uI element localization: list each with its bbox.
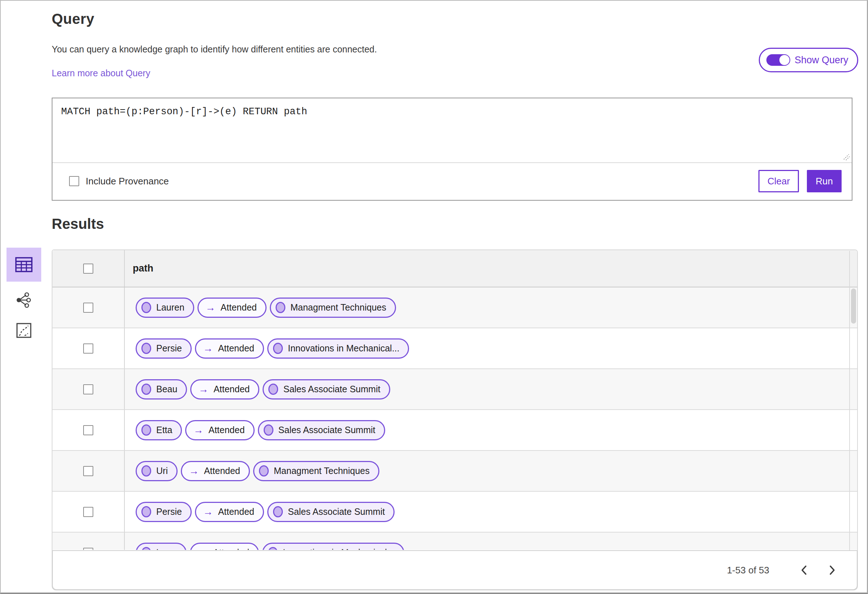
node-label: Managment Techniques xyxy=(291,302,386,313)
view-switcher xyxy=(6,248,41,342)
resize-handle-icon[interactable] xyxy=(841,152,850,161)
prev-page-button[interactable] xyxy=(794,560,814,580)
table-row[interactable]: Larry →Attended Innovations in Mechanica… xyxy=(52,532,857,550)
scrollbar-thumb[interactable] xyxy=(851,289,856,324)
edge-pill[interactable]: →Attended xyxy=(198,298,267,318)
include-provenance-option[interactable]: Include Provenance xyxy=(69,176,169,187)
row-checkbox[interactable] xyxy=(83,303,93,313)
table-view-button[interactable] xyxy=(6,248,41,282)
toggle-on-icon[interactable] xyxy=(766,54,790,66)
table-row[interactable]: Etta →Attended Sales Associate Summit xyxy=(52,410,857,451)
include-provenance-label: Include Provenance xyxy=(86,176,169,187)
node-pill[interactable]: Sales Associate Summit xyxy=(258,420,385,440)
node-pill[interactable]: Larry xyxy=(136,542,187,550)
show-query-toggle[interactable]: Show Query xyxy=(759,48,858,72)
query-description: You can query a knowledge graph to ident… xyxy=(52,44,377,55)
table-row[interactable]: Persie →Attended Sales Associate Summit xyxy=(52,492,857,532)
node-icon xyxy=(276,302,285,313)
node-icon xyxy=(142,465,151,476)
node-icon xyxy=(142,506,151,517)
arrow-right-icon: → xyxy=(198,384,208,394)
graph-view-button[interactable] xyxy=(6,288,41,312)
node-label: Sales Associate Summit xyxy=(279,425,375,435)
column-header-path: path xyxy=(133,263,154,274)
node-icon xyxy=(142,547,151,550)
row-checkbox[interactable] xyxy=(83,507,93,517)
page-title: Query xyxy=(52,11,94,27)
edge-label: Attended xyxy=(218,507,254,517)
node-pill[interactable]: Uri xyxy=(136,461,177,481)
edge-label: Attended xyxy=(218,343,254,354)
edge-pill[interactable]: →Attended xyxy=(185,420,254,440)
results-title: Results xyxy=(52,216,104,232)
node-pill[interactable]: Managment Techniques xyxy=(253,461,379,481)
edge-pill[interactable]: →Attended xyxy=(190,542,259,550)
node-label: Etta xyxy=(156,425,172,435)
show-query-label: Show Query xyxy=(794,55,849,66)
arrow-right-icon: → xyxy=(193,425,203,435)
learn-more-link[interactable]: Learn more about Query xyxy=(52,68,150,78)
clear-button[interactable]: Clear xyxy=(759,170,799,192)
pagination-bar: 1-53 of 53 xyxy=(52,550,858,590)
select-all-checkbox[interactable] xyxy=(83,264,93,274)
query-text[interactable]: MATCH path=(p:Person)-[r]->(e) RETURN pa… xyxy=(52,98,852,125)
arrow-right-icon: → xyxy=(203,507,213,517)
edge-pill[interactable]: →Attended xyxy=(190,379,259,399)
edge-pill[interactable]: →Attended xyxy=(195,502,264,522)
arrow-right-icon: → xyxy=(189,466,199,476)
node-icon xyxy=(264,424,273,436)
toggle-knob xyxy=(779,55,790,65)
table-row[interactable]: Beau →Attended Sales Associate Summit xyxy=(52,369,857,410)
node-icon xyxy=(142,383,151,395)
table-scrollbar[interactable] xyxy=(849,251,857,551)
node-icon xyxy=(268,547,278,550)
node-label: Persie xyxy=(156,343,182,354)
table-icon xyxy=(15,257,32,272)
table-row[interactable]: Persie →Attended Innovations in Mechanic… xyxy=(52,328,857,369)
node-icon xyxy=(142,343,151,354)
run-button[interactable]: Run xyxy=(807,170,841,192)
node-label: Lauren xyxy=(156,302,185,313)
next-page-button[interactable] xyxy=(822,560,842,580)
row-checkbox[interactable] xyxy=(83,425,93,435)
node-icon xyxy=(273,506,283,517)
table-body[interactable]: Lauren →Attended Managment Techniques Pe… xyxy=(52,287,857,550)
row-checkbox[interactable] xyxy=(83,548,93,550)
chart-view-button[interactable] xyxy=(6,318,41,342)
node-pill[interactable]: Sales Associate Summit xyxy=(263,379,390,399)
edge-label: Attended xyxy=(208,425,245,435)
chevron-right-icon xyxy=(828,565,837,576)
row-checkbox[interactable] xyxy=(83,384,93,394)
pagination-range: 1-53 of 53 xyxy=(727,565,769,576)
node-pill[interactable]: Persie xyxy=(136,338,192,359)
edge-label: Attended xyxy=(204,466,240,476)
row-checkbox[interactable] xyxy=(83,343,93,354)
node-pill[interactable]: Innovations in Mechanical... xyxy=(267,338,409,359)
node-pill[interactable]: Etta xyxy=(136,420,182,440)
node-label: Beau xyxy=(156,384,177,394)
node-pill[interactable]: Lauren xyxy=(136,298,194,318)
edge-pill[interactable]: →Attended xyxy=(195,338,264,359)
node-pill[interactable]: Innovations in Mechanical... xyxy=(262,542,404,550)
node-label: Uri xyxy=(156,466,168,476)
include-provenance-checkbox[interactable] xyxy=(69,176,79,186)
row-checkbox[interactable] xyxy=(83,466,93,476)
network-icon xyxy=(16,292,32,308)
node-pill[interactable]: Managment Techniques xyxy=(270,298,396,318)
query-input[interactable]: MATCH path=(p:Person)-[r]->(e) RETURN pa… xyxy=(52,98,852,163)
edge-label: Attended xyxy=(221,302,257,313)
node-label: Innovations in Mechanical... xyxy=(288,343,400,354)
node-icon xyxy=(142,424,151,436)
node-pill[interactable]: Persie xyxy=(136,502,192,522)
query-editor-card: MATCH path=(p:Person)-[r]->(e) RETURN pa… xyxy=(52,97,852,200)
node-pill[interactable]: Beau xyxy=(136,379,187,399)
edge-label: Attended xyxy=(213,384,249,394)
edge-pill[interactable]: →Attended xyxy=(181,461,250,481)
node-label: Sales Associate Summit xyxy=(283,384,380,394)
node-label: Persie xyxy=(156,507,182,517)
table-row[interactable]: Uri →Attended Managment Techniques xyxy=(52,451,857,492)
node-pill[interactable]: Sales Associate Summit xyxy=(267,502,394,522)
chevron-left-icon xyxy=(800,565,808,576)
node-icon xyxy=(142,302,151,313)
table-row[interactable]: Lauren →Attended Managment Techniques xyxy=(52,287,857,328)
